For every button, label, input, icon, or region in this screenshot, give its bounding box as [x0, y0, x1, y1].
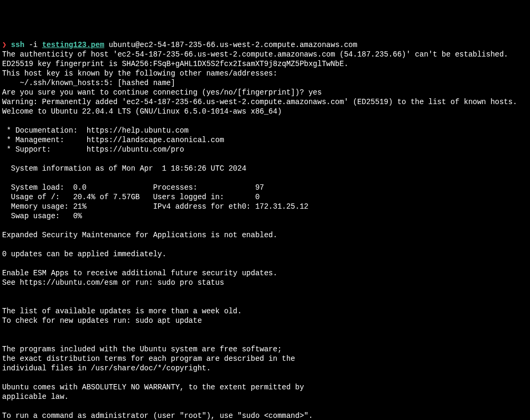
output-line: The list of available updates is more th… — [2, 307, 242, 315]
output-line: * Documentation: https://help.ubuntu.com — [2, 126, 189, 135]
output-line: Memory usage: 21% IPv4 address for eth0:… — [2, 202, 309, 211]
pem-file: testing123.pem — [42, 41, 105, 49]
output-line: Expanded Security Maintenance for Applic… — [2, 231, 277, 239]
output-line: This host key is known by the following … — [2, 69, 277, 78]
output-line: Welcome to Ubuntu 22.04.4 LTS (GNU/Linux… — [2, 107, 282, 116]
output-line: Swap usage: 0% — [2, 212, 82, 220]
output-line: applicable law. — [2, 393, 69, 401]
ssh-target: ubuntu@ec2-54-187-235-66.us-west-2.compu… — [104, 41, 357, 49]
output-line: ~/.ssh/known_hosts:5: [hashed name] — [2, 79, 175, 87]
output-line: Usage of /: 20.4% of 7.57GB Users logged… — [2, 193, 259, 201]
output-line: * Management: https://landscape.canonica… — [2, 136, 224, 144]
output-line: The authenticity of host 'ec2-54-187-235… — [2, 50, 508, 59]
output-line: Warning: Permanently added 'ec2-54-187-2… — [2, 98, 517, 106]
output-line: To run a command as administrator (user … — [2, 412, 313, 420]
output-line: 0 updates can be applied immediately. — [2, 250, 166, 258]
output-line: Are you sure you want to continue connec… — [2, 88, 322, 97]
output-line: The programs included with the Ubuntu sy… — [2, 345, 282, 353]
ssh-flag: -i — [24, 41, 42, 49]
terminal-output: ❯ ssh -i testing123.pem ubuntu@ec2-54-18… — [2, 41, 517, 420]
ssh-command: ssh — [11, 41, 24, 49]
output-line: the exact distribution terms for each pr… — [2, 354, 295, 363]
output-line: Enable ESM Apps to receive additional fu… — [2, 269, 277, 277]
prompt-arrow-icon: ❯ — [2, 41, 6, 49]
output-line: See https://ubuntu.com/esm or run: sudo … — [2, 278, 224, 287]
output-line: ED25519 key fingerprint is SHA256:FSqB+g… — [2, 60, 348, 68]
output-line: Ubuntu comes with ABSOLUTELY NO WARRANTY… — [2, 383, 304, 391]
output-line: * Support: https://ubuntu.com/pro — [2, 145, 184, 154]
output-line: System load: 0.0 Processes: 97 — [2, 183, 264, 192]
output-line: To check for new updates run: sudo apt u… — [2, 316, 202, 325]
output-line: individual files in /usr/share/doc/*/cop… — [2, 364, 211, 372]
output-line: System information as of Mon Apr 1 18:56… — [2, 164, 246, 173]
